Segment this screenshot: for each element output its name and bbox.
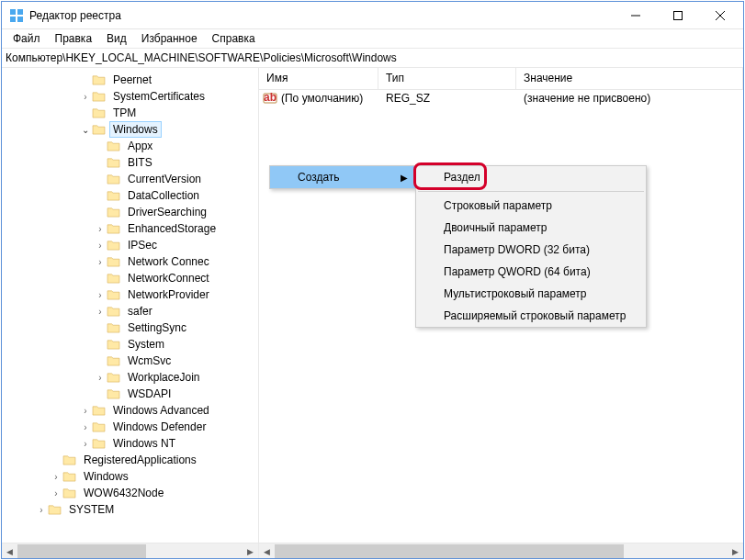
tree-item[interactable]: DataCollection	[6, 187, 258, 204]
tree-item[interactable]: SettingSync	[6, 319, 258, 336]
tree-label: NetworkConnect	[124, 270, 213, 286]
maximize-button[interactable]	[657, 3, 699, 28]
window-title: Редактор реестра	[29, 9, 615, 22]
expand-icon[interactable]: ›	[79, 406, 92, 416]
scroll-thumb[interactable]	[17, 544, 146, 558]
tree-item[interactable]: CurrentVersion	[6, 171, 258, 187]
tree-label: Windows NT	[109, 435, 179, 452]
tree-item[interactable]: ›WOW6432Node	[6, 485, 258, 501]
tree-item[interactable]: Appx	[6, 138, 258, 154]
expand-icon[interactable]: ›	[35, 505, 48, 515]
tree-item[interactable]: BITS	[6, 154, 258, 171]
collapse-icon[interactable]: ⌄	[79, 125, 92, 135]
value-row[interactable]: ab (По умолчанию) REG_SZ (значение не пр…	[259, 90, 743, 106]
tree-label: Network Connec	[124, 253, 213, 270]
tree-label: TPM	[109, 105, 140, 121]
folder-icon	[92, 420, 107, 433]
address-bar[interactable]: Компьютер\HKEY_LOCAL_MACHINE\SOFTWARE\Po…	[2, 48, 743, 68]
tree-item[interactable]: RegisteredApplications	[6, 452, 258, 468]
menu-favorites[interactable]: Избранное	[134, 30, 205, 47]
menu-help[interactable]: Справка	[205, 30, 263, 47]
folder-icon	[62, 454, 77, 466]
tree-item[interactable]: ›WorkplaceJoin	[6, 369, 258, 386]
ctx-qword[interactable]: Параметр QWORD (64 бита)	[416, 261, 646, 283]
folder-icon	[107, 272, 121, 285]
col-name[interactable]: Имя	[259, 68, 378, 89]
tree-item[interactable]: ›SystemCertificates	[6, 88, 258, 105]
ctx-string[interactable]: Строковый параметр	[416, 195, 646, 217]
tree-item[interactable]: ›SYSTEM	[6, 501, 258, 518]
folder-icon	[107, 156, 121, 169]
tree-item[interactable]: ⌄Windows	[6, 121, 258, 138]
expand-icon[interactable]: ›	[50, 472, 62, 482]
expand-icon[interactable]: ›	[79, 422, 92, 432]
expand-icon[interactable]: ›	[79, 439, 92, 449]
tree-item[interactable]: ›Windows NT	[6, 435, 258, 452]
close-button[interactable]	[699, 3, 741, 28]
ctx-binary[interactable]: Двоичный параметр	[416, 217, 646, 239]
expand-icon[interactable]: ›	[50, 488, 62, 498]
tree-item[interactable]: WSDAPI	[6, 386, 258, 402]
tree-item[interactable]: ›NetworkProvider	[6, 286, 258, 303]
col-type[interactable]: Тип	[378, 68, 516, 89]
tree-label: Appx	[124, 138, 156, 154]
tree-label: DriverSearching	[124, 204, 210, 220]
tree-label: safer	[124, 303, 156, 319]
expand-icon[interactable]: ›	[94, 257, 107, 267]
expand-icon[interactable]: ›	[94, 224, 107, 234]
tree-item[interactable]: ›Windows Advanced	[6, 402, 258, 419]
minimize-button[interactable]	[615, 3, 657, 28]
tree-label: Windows	[80, 468, 132, 485]
menu-edit[interactable]: Правка	[48, 30, 100, 47]
scroll-left-button[interactable]: ◀	[259, 543, 275, 558]
ctx-multi[interactable]: Мультистроковый параметр	[416, 283, 646, 305]
list-hscrollbar[interactable]: ◀ ▶	[259, 543, 743, 558]
tree-item[interactable]: TPM	[6, 105, 258, 121]
ctx-expand[interactable]: Расширяемый строковый параметр	[416, 305, 646, 327]
folder-icon	[92, 123, 107, 136]
col-value[interactable]: Значение	[516, 68, 743, 89]
svg-rect-0	[10, 9, 16, 15]
tree-hscrollbar[interactable]: ◀ ▶	[2, 543, 258, 558]
folder-icon	[107, 239, 121, 252]
tree-item[interactable]: ›safer	[6, 303, 258, 319]
expand-icon[interactable]: ›	[79, 92, 92, 102]
menu-file[interactable]: Файл	[6, 30, 48, 47]
value-type: REG_SZ	[378, 92, 516, 105]
folder-icon	[92, 404, 107, 417]
ctx-section[interactable]: Раздел	[416, 166, 646, 188]
tree-item[interactable]: Peernet	[6, 72, 258, 88]
folder-icon	[107, 305, 121, 318]
expand-icon[interactable]: ›	[94, 307, 107, 317]
folder-icon	[107, 354, 121, 367]
tree-item[interactable]: DriverSearching	[6, 204, 258, 220]
tree-view[interactable]: Peernet›SystemCertificatesTPM⌄WindowsApp…	[2, 68, 259, 558]
scroll-right-button[interactable]: ▶	[728, 543, 743, 558]
expand-icon[interactable]: ›	[94, 290, 107, 300]
tree-item[interactable]: ›Windows Defender	[6, 419, 258, 435]
tree-item[interactable]: ›IPSec	[6, 237, 258, 253]
ctx-dword[interactable]: Параметр DWORD (32 бита)	[416, 239, 646, 261]
expand-icon[interactable]: ›	[94, 241, 107, 251]
scroll-left-button[interactable]: ◀	[2, 543, 17, 558]
expand-icon[interactable]: ›	[94, 373, 107, 383]
tree-item[interactable]: WcmSvc	[6, 353, 258, 369]
tree-item[interactable]: ›Network Connec	[6, 253, 258, 270]
tree-item[interactable]: System	[6, 336, 258, 353]
ctx-qword-label: Параметр QWORD (64 бита)	[444, 265, 591, 278]
tree-label: DataCollection	[124, 187, 203, 204]
svg-text:ab: ab	[264, 91, 277, 104]
tree-item[interactable]: NetworkConnect	[6, 270, 258, 286]
tree-item[interactable]: ›EnhancedStorage	[6, 220, 258, 237]
column-headers: Имя Тип Значение	[259, 68, 743, 90]
menu-view[interactable]: Вид	[99, 30, 134, 47]
ctx-create[interactable]: Создать ▶	[270, 166, 415, 188]
folder-icon	[92, 90, 107, 103]
scroll-thumb[interactable]	[275, 544, 624, 558]
value-data: (значение не присвоено)	[516, 92, 743, 105]
tree-label: SystemCertificates	[109, 88, 209, 105]
tree-item[interactable]: ›Windows	[6, 468, 258, 485]
tree-label: Windows Defender	[109, 419, 209, 435]
scroll-right-button[interactable]: ▶	[243, 543, 258, 558]
folder-icon	[107, 288, 121, 301]
